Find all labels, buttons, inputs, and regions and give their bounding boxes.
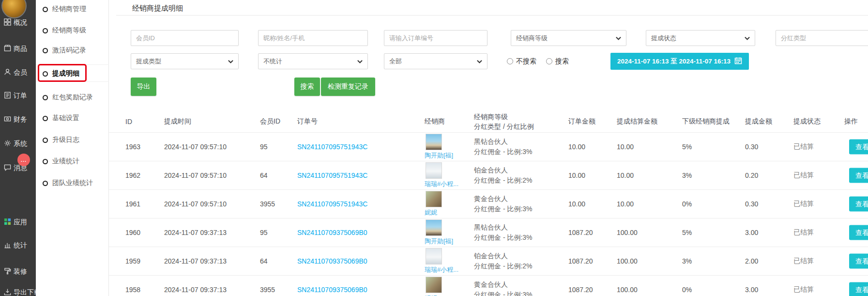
order-no-input[interactable] (384, 30, 487, 46)
submenu-item-activation-code[interactable]: 激活码记录 (36, 42, 108, 59)
order-number-link[interactable]: SN241107095751943C (297, 171, 367, 179)
radio-icon (507, 58, 513, 64)
distributor-level: 黑钻合伙人 (474, 138, 508, 145)
distributor-avatar[interactable] (426, 277, 442, 293)
distributor-avatar[interactable] (426, 191, 442, 207)
dividend-type-ratio: 分红佣金 - 比例:2% (474, 262, 533, 270)
submenu-item-performance-stats[interactable]: 业绩统计 (36, 153, 108, 170)
date-range-text: 2024-11-07 16:13 至 2024-11-07 16:13 (617, 57, 731, 66)
distributor-submenu: 经销商管理 经销商等级 激活码记录 提成明细 红包奖励记录 基础设置 升级日志 … (36, 0, 109, 296)
submenu-item-basic-settings[interactable]: 基础设置 (36, 110, 108, 126)
nickname-input[interactable] (258, 30, 368, 46)
distributor-name-link[interactable]: 瑞瑞#小程... (425, 180, 458, 188)
sidebar-label: 商品 (14, 45, 27, 53)
circle-bullet-icon (43, 116, 48, 121)
view-button[interactable]: 查看 (849, 282, 868, 296)
cell-settle-amount: 100.00 (617, 229, 638, 236)
cell-member-id: 64 (260, 171, 268, 179)
radio-no-search[interactable]: 不搜索 (507, 57, 536, 66)
sidebar-item-decorate[interactable]: 装修 (0, 266, 36, 278)
order-number-link[interactable]: SN24110709375069B0 (297, 229, 367, 236)
stat-mode-select[interactable]: 不统计 (258, 53, 368, 69)
cell-order-amount: 10.00 (568, 143, 585, 151)
distributor-avatar[interactable] (426, 219, 442, 236)
submenu-label: 经销商等级 (52, 26, 86, 35)
all-filter-select[interactable]: 全部 (384, 53, 487, 69)
check-duplicates-button[interactable]: 检测重复记录 (321, 78, 375, 96)
cell-level-dividend: 黑钻合伙人 分红佣金 - 比例:3% (474, 222, 533, 243)
sidebar-item-finance[interactable]: 财务 (0, 114, 36, 125)
distributor-avatar[interactable] (426, 248, 442, 265)
distributor-name-link[interactable]: 妮妮 (425, 294, 437, 296)
commission-type-select[interactable]: 提成类型 (131, 53, 239, 69)
select-value: 全部 (389, 57, 402, 66)
order-number-link[interactable]: SN241107095751943C (297, 200, 367, 208)
message-icon (4, 164, 11, 172)
sidebar-item-stats[interactable]: 统计 (0, 240, 36, 251)
view-button[interactable]: 查看 (849, 225, 868, 240)
submenu-item-upgrade-log[interactable]: 升级日志 (36, 132, 108, 148)
cell-commission-time: 2024-11-07 09:37:13 (164, 286, 227, 294)
cell-level-dividend: 铂金合伙人 分红佣金 - 比例:2% (474, 165, 533, 186)
sidebar-label: 系统 (14, 140, 27, 148)
sidebar-item-orders[interactable]: 订单 (0, 90, 36, 102)
cell-member-id: 64 (260, 257, 268, 265)
view-button[interactable]: 查看 (849, 197, 868, 212)
sidebar-item-overview[interactable]: 概况 (0, 17, 36, 29)
submenu-item-distributor-management[interactable]: 经销商管理 (36, 1, 108, 17)
user-avatar[interactable] (1, 0, 27, 18)
commission-status-select[interactable]: 提成状态 (646, 30, 755, 46)
distributor-avatar[interactable] (426, 134, 442, 150)
cell-sub-commission: 5% (682, 143, 692, 151)
submenu-item-commission-detail[interactable]: 提成明细 (36, 65, 108, 82)
view-button[interactable]: 查看 (849, 254, 868, 269)
submenu-item-team-performance-stats[interactable]: 团队业绩统计 (36, 175, 108, 191)
submenu-item-distributor-level[interactable]: 经销商等级 (36, 22, 108, 39)
cell-level-dividend: 黑钻合伙人 分红佣金 - 比例:3% (474, 137, 533, 157)
sidebar-item-goods[interactable]: 商品 (0, 43, 36, 55)
cell-order-amount: 1087.20 (568, 286, 593, 294)
distributor-name-link[interactable]: 妮妮 (425, 208, 437, 217)
date-range-button[interactable]: 2024-11-07 16:13 至 2024-11-07 16:13 (610, 53, 749, 70)
cell-level-dividend: 黄金合伙人 分红佣金 - 比例:3% (474, 280, 533, 296)
radio-label: 不搜索 (516, 57, 536, 66)
table-row: 1963 2024-11-07 09:57:10 95 SN2411070957… (109, 132, 868, 161)
distributor-name-link[interactable]: 陶开勋[福] (425, 151, 453, 160)
circle-bullet-icon (43, 159, 48, 164)
admin-dashboard: 概况 商品 会员 订单 财务 系统 消息 应用 (0, 0, 868, 296)
order-number-link[interactable]: SN24110709375069B0 (297, 257, 367, 265)
member-id-input[interactable] (131, 30, 239, 46)
cell-sub-commission: 3% (682, 257, 692, 265)
submenu-item-redpacket-reward[interactable]: 红包奖励记录 (36, 89, 108, 106)
export-button[interactable]: 导出 (131, 78, 156, 96)
view-button[interactable]: 查看 (849, 168, 868, 183)
cell-commission-time: 2024-11-07 09:37:13 (164, 257, 227, 265)
distributor-level-select[interactable]: 经销商等级 (511, 30, 626, 46)
order-number-link[interactable]: SN24110709375069B0 (297, 286, 367, 294)
chevron-down-icon (228, 58, 233, 65)
radio-search[interactable]: 搜索 (546, 57, 569, 66)
table-row: 1959 2024-11-07 09:37:13 64 SN2411070937… (109, 247, 868, 275)
distributor-name-link[interactable]: 陶开勋[福] (425, 237, 453, 246)
dividend-type-input[interactable] (776, 30, 868, 46)
sidebar-item-messages[interactable]: 消息 (0, 162, 36, 174)
col-header-id: ID (125, 118, 132, 125)
view-button[interactable]: 查看 (849, 140, 868, 155)
sidebar-item-apps[interactable]: 应用 (0, 217, 36, 228)
sidebar-item-export-download[interactable]: 导出下载 (0, 287, 36, 296)
distributor-level: 铂金合伙人 (474, 252, 508, 260)
cell-order-amount: 10.00 (568, 200, 585, 208)
col-header-time: 提成时间 (164, 117, 191, 126)
dividend-type-ratio: 分红佣金 - 比例:3% (474, 205, 533, 213)
distributor-avatar[interactable] (426, 162, 442, 179)
status-badge: 已结算 (793, 142, 814, 151)
level-header-line1: 经销商等级 (474, 113, 508, 121)
cell-id: 1962 (125, 171, 140, 179)
cell-member-id: 95 (260, 143, 268, 151)
order-number-link[interactable]: SN241107095751943C (297, 143, 367, 151)
search-button[interactable]: 搜索 (294, 78, 320, 96)
distributor-name-link[interactable]: 瑞瑞#小程... (425, 265, 458, 274)
cell-commission-amount: 3.00 (745, 229, 758, 236)
sidebar-item-system[interactable]: 系统 (0, 138, 36, 150)
sidebar-item-members[interactable]: 会员 (0, 67, 36, 78)
